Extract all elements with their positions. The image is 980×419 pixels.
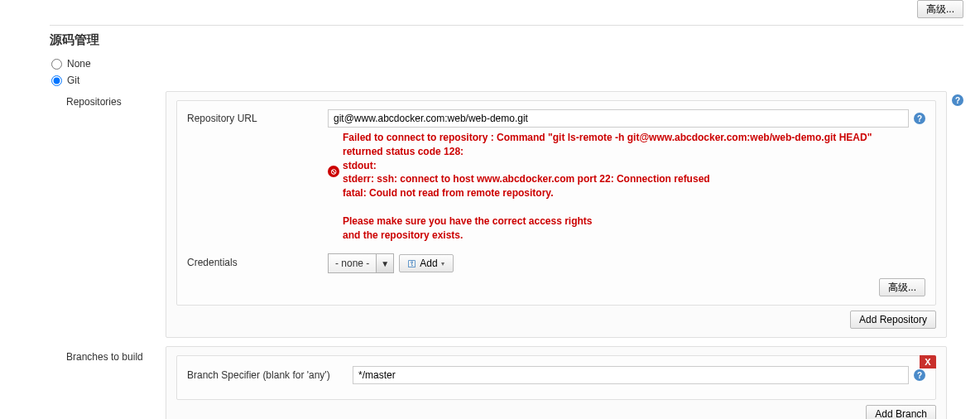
chevron-down-icon: ▾ (441, 260, 444, 267)
error-icon: ⦸ (328, 166, 339, 177)
repo-url-label: Repository URL (187, 109, 328, 124)
branches-label: Branches to build (66, 346, 166, 363)
scm-git-radio[interactable] (51, 75, 62, 86)
error-line-5: Please make sure you have the correct ac… (343, 214, 909, 229)
credentials-select[interactable]: - none - ▼ (328, 253, 394, 273)
branch-specifier-input[interactable] (353, 366, 909, 384)
branch-specifier-label: Branch Specifier (blank for 'any') (187, 366, 353, 381)
add-branch-label: Add Branch (875, 408, 927, 419)
repo-advanced-button[interactable]: 高级... (879, 278, 925, 296)
help-icon[interactable]: ? (952, 94, 963, 106)
credentials-value: - none - (329, 258, 376, 269)
repositories-label: Repositories (66, 91, 166, 108)
key-icon: ⚿ (408, 259, 416, 268)
credentials-label: Credentials (187, 253, 328, 268)
repositories-panel: Repository URL ⦸ Failed to connect to re… (166, 91, 947, 338)
branches-panel: X Branch Specifier (blank for 'any') ? A… (166, 346, 947, 419)
help-icon[interactable]: ? (914, 113, 925, 124)
error-line-1: Failed to connect to repository : Comman… (343, 131, 909, 159)
scm-git-label: Git (67, 75, 79, 86)
repo-advanced-label: 高级... (888, 281, 916, 295)
branch-item: X Branch Specifier (blank for 'any') ? (176, 355, 936, 400)
scm-none-label: None (67, 58, 91, 70)
add-branch-button[interactable]: Add Branch (866, 405, 936, 419)
scm-none-radio[interactable] (51, 59, 62, 70)
error-line-6: and the repository exists. (343, 229, 909, 243)
advanced-button-top[interactable]: 高级... (917, 0, 963, 18)
add-repository-label: Add Repository (859, 314, 927, 325)
divider (50, 25, 963, 26)
advanced-button-top-label: 高级... (926, 2, 954, 17)
add-credentials-button[interactable]: ⚿ Add ▾ (399, 254, 453, 272)
repo-error-block: ⦸ Failed to connect to repository : Comm… (328, 131, 909, 242)
repo-url-input[interactable] (328, 109, 909, 128)
add-repository-button[interactable]: Add Repository (850, 311, 936, 329)
repository-item: Repository URL ⦸ Failed to connect to re… (176, 100, 936, 306)
help-icon[interactable]: ? (914, 369, 925, 381)
error-line-3: stderr: ssh: connect to host www.abcdock… (343, 172, 909, 186)
add-credentials-label: Add (420, 258, 437, 269)
error-line-4: fatal: Could not read from remote reposi… (343, 186, 909, 200)
section-title: 源码管理 (50, 32, 963, 48)
delete-branch-button[interactable]: X (920, 355, 936, 368)
chevron-down-icon: ▼ (376, 254, 393, 272)
error-line-2: stdout: (343, 159, 909, 173)
